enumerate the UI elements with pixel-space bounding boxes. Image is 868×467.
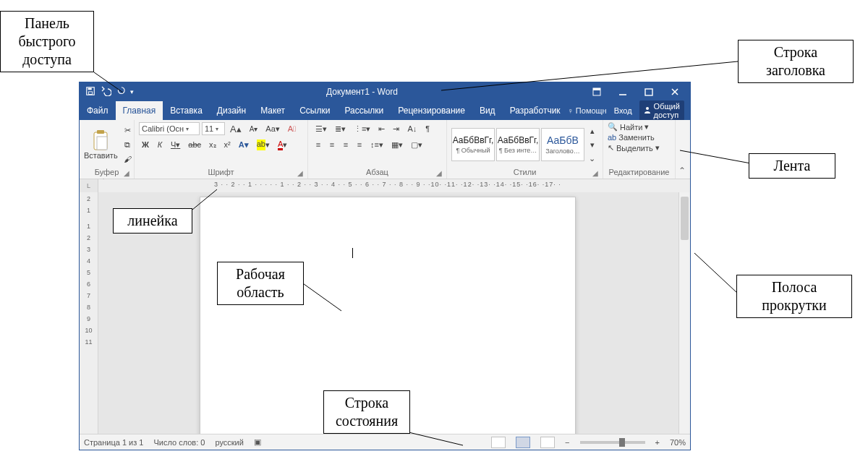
increase-font-icon[interactable]: A▴ [227,122,244,135]
font-name-combo[interactable]: Calibri (Осн▾ [139,122,200,135]
clear-format-icon[interactable]: A⃠ [285,122,299,135]
tab-view[interactable]: Вид [472,101,503,120]
svg-rect-19 [97,137,107,150]
borders-button[interactable]: ▢▾ [408,138,425,151]
vertical-scrollbar[interactable] [678,192,690,434]
macro-record-icon[interactable]: ▣ [254,437,261,447]
dialog-launcher-icon[interactable]: ◢ [122,168,131,177]
ribbon-display-icon[interactable] [584,82,609,101]
justify-icon[interactable]: ≡ [354,138,365,151]
bullets-button[interactable]: ☰▾ [312,122,330,135]
view-read-icon[interactable] [491,437,506,448]
underline-button[interactable]: Ч▾ [168,138,183,151]
titlebar: ▾ Документ1 - Word [80,82,690,101]
zoom-slider-knob[interactable] [619,438,625,447]
redo-icon[interactable] [116,86,126,98]
multilevel-button[interactable]: ⋮≡▾ [351,122,373,135]
share-button[interactable]: Общий доступ [639,100,684,121]
person-icon [644,106,651,115]
tab-home[interactable]: Главная [116,101,163,120]
styles-gallery-expand[interactable]: ▴▾⌄ [586,124,598,165]
undo-icon[interactable] [100,86,111,98]
tab-layout[interactable]: Макет [253,101,292,120]
vertical-ruler[interactable]: 2 1 1 2 3 4 5 6 7 8 9 10 11 [80,192,98,434]
view-web-icon[interactable] [540,437,555,448]
style-heading1[interactable]: АаБбВ Заголово… [541,128,584,161]
maximize-icon[interactable] [637,82,661,101]
svg-rect-9 [88,91,92,94]
style-normal[interactable]: АаБбВвГг, ¶ Обычный [451,128,495,161]
align-right-icon[interactable]: ≡ [340,138,352,151]
tab-design[interactable]: Дизайн [210,101,253,120]
dialog-launcher-icon[interactable]: ◢ [296,168,305,177]
label: Заменить [618,133,654,142]
signin-link[interactable]: Вход [614,106,632,115]
paste-button[interactable]: Вставить [84,129,118,160]
cut-icon[interactable]: ✂ [121,124,135,137]
change-case-button[interactable]: Aa▾ [263,122,282,135]
font-size-value: 11 [205,124,213,133]
font-size-combo[interactable]: 11▾ [202,122,225,135]
font-color-button[interactable]: A▾ [275,138,290,151]
tab-developer[interactable]: Разработчик [503,101,568,120]
tab-review[interactable]: Рецензирование [391,101,472,120]
highlight-button[interactable]: ab▾ [254,138,273,151]
tab-references[interactable]: Ссылки [292,101,337,120]
qat-customize-icon[interactable]: ▾ [130,88,134,95]
bold-button[interactable]: Ж [139,138,152,151]
paste-label: Вставить [84,151,118,160]
minimize-icon[interactable] [610,82,635,101]
shading-button[interactable]: ▦▾ [388,138,406,151]
subscript-button[interactable]: x₂ [206,138,219,151]
increase-indent-icon[interactable]: ⇥ [390,122,402,135]
show-marks-icon[interactable]: ¶ [422,122,433,135]
decrease-font-icon[interactable]: A▾ [247,122,261,135]
tab-mailings[interactable]: Рассылки [337,101,391,120]
tab-insert[interactable]: Вставка [163,101,210,120]
zoom-out-icon[interactable]: − [565,438,569,447]
label: Aa [265,124,275,133]
find-button[interactable]: 🔍Найти ▾ [608,122,649,132]
numbering-button[interactable]: ≣▾ [332,122,349,135]
style-sample: АаБбВвГг, [498,135,539,145]
select-button[interactable]: ↖Выделить ▾ [608,143,660,153]
zoom-in-icon[interactable]: + [655,438,660,447]
status-wordcount[interactable]: Число слов: 0 [153,438,205,447]
svg-line-6 [694,253,738,294]
tell-me[interactable]: ♀ Помощн [568,106,607,115]
close-icon[interactable] [663,82,687,101]
horizontal-ruler[interactable]: 3 · · 2 · · 1 · · · · · 1 · · 2 · · 3 · … [98,179,678,192]
copy-icon[interactable]: ⧉ [121,138,135,151]
scrollbar-thumb[interactable] [681,197,689,240]
tab-label: Ссылки [299,106,330,116]
line-spacing-button[interactable]: ↕≡▾ [367,138,386,151]
group-label-text: Абзац [366,168,388,176]
zoom-slider[interactable] [580,441,645,444]
superscript-button[interactable]: x² [221,138,234,151]
group-label-text: Шрифт [208,168,234,176]
replace-button[interactable]: abЗаменить [608,133,655,142]
dialog-launcher-icon[interactable]: ◢ [435,168,443,177]
italic-button[interactable]: К [154,138,166,151]
text-cursor [352,248,353,258]
style-name: ¶ Обычный [456,147,490,154]
align-center-icon[interactable]: ≡ [326,138,338,151]
style-nospacing[interactable]: АаБбВвГг, ¶ Без инте… [496,128,540,161]
align-left-icon[interactable]: ≡ [312,138,324,151]
status-language[interactable]: русский [215,438,243,447]
text-effects-button[interactable]: A▾ [236,138,252,151]
save-icon[interactable] [85,86,95,98]
tab-file[interactable]: Файл [80,101,116,120]
tab-label: Рассылки [344,106,383,116]
status-page[interactable]: Страница 1 из 1 [84,438,143,447]
window-controls [584,82,690,101]
view-print-icon[interactable] [516,437,530,448]
decrease-indent-icon[interactable]: ⇤ [375,122,388,135]
dialog-launcher-icon[interactable]: ◢ [591,168,600,177]
format-painter-icon[interactable]: 🖌 [121,153,135,166]
sort-icon[interactable]: A↓ [404,122,420,135]
collapse-ribbon-icon[interactable]: ⌃ [676,120,689,179]
strikethrough-button[interactable]: abc [185,138,204,151]
search-icon: 🔍 [608,122,618,132]
zoom-value[interactable]: 70% [670,438,686,447]
